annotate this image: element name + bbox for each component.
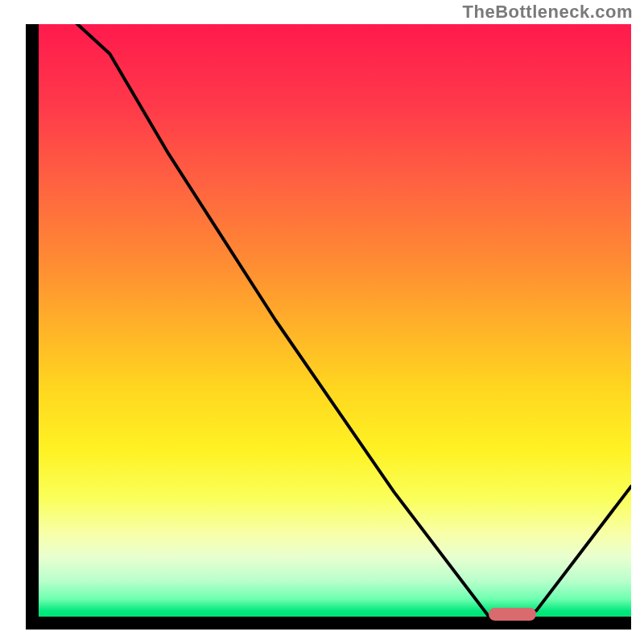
- plot-area: [26, 24, 631, 630]
- attribution-text: TheBottleneck.com: [463, 2, 633, 23]
- minimum-marker: [489, 608, 536, 621]
- chart-canvas: TheBottleneck.com: [0, 0, 644, 644]
